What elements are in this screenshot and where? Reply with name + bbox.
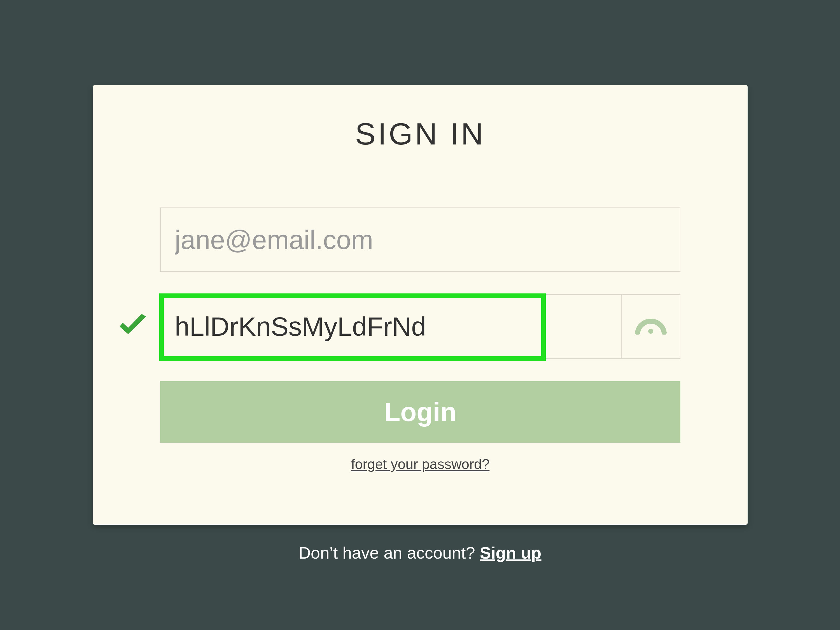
signup-row: Don’t have an account? Sign up — [0, 543, 840, 562]
email-row — [160, 207, 681, 272]
signin-card: SIGN IN Login forget your password? — [93, 85, 748, 525]
eye-icon — [635, 317, 667, 336]
signup-prompt: Don’t have an account? — [298, 543, 480, 562]
email-input[interactable] — [160, 207, 681, 272]
toggle-password-visibility[interactable] — [621, 295, 680, 358]
checkmark-icon — [117, 313, 149, 339]
svg-point-0 — [648, 329, 653, 334]
signin-title: SIGN IN — [160, 116, 681, 152]
password-wrapper — [160, 294, 681, 359]
password-input[interactable] — [161, 295, 621, 358]
password-row — [160, 294, 681, 359]
signup-link[interactable]: Sign up — [480, 543, 542, 562]
forgot-password-link[interactable]: forget your password? — [160, 456, 681, 472]
login-button[interactable]: Login — [160, 381, 681, 443]
